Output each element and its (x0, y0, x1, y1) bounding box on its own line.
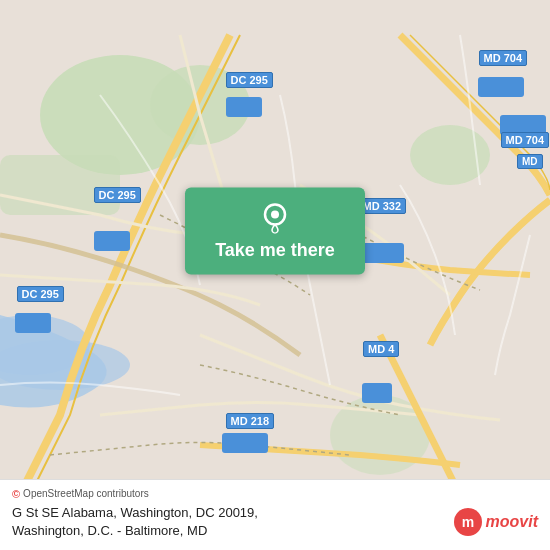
md218-label: MD 218 (226, 413, 275, 429)
dc295-label-top: DC 295 (226, 72, 273, 88)
map-background (0, 0, 550, 550)
location-line1: G St SE Alabama, Washington, DC 20019, (12, 505, 258, 520)
location-line2: Washington, D.C. - Baltimore, MD (12, 523, 207, 538)
svg-point-17 (271, 211, 279, 219)
md4-label: MD 4 (363, 341, 399, 357)
bottom-panel: © OpenStreetMap contributors G St SE Ala… (0, 479, 550, 550)
moovit-icon: m (453, 507, 483, 537)
osm-attribution: © OpenStreetMap contributors (12, 488, 538, 500)
svg-rect-9 (94, 231, 130, 251)
map-container: DC 295 DC 295 DC 295 MD 704 MD 704 MD 33… (0, 0, 550, 550)
take-me-there-button[interactable]: Take me there (185, 188, 365, 275)
button-label: Take me there (215, 240, 335, 261)
moovit-logo: m moovit (453, 507, 538, 537)
location-pin-icon (259, 202, 291, 234)
svg-rect-15 (222, 433, 268, 453)
md-partial-label: MD (517, 154, 543, 169)
osm-logo: © (12, 488, 20, 500)
svg-rect-8 (226, 97, 262, 117)
dc295-label-mid: DC 295 (94, 187, 141, 203)
md704-label-right: MD 704 (501, 132, 550, 148)
svg-rect-11 (478, 77, 524, 97)
svg-text:m: m (461, 514, 473, 530)
moovit-text: moovit (486, 513, 538, 531)
location-row: G St SE Alabama, Washington, DC 20019, W… (12, 504, 538, 540)
location-text: G St SE Alabama, Washington, DC 20019, W… (12, 504, 453, 540)
md704-label-top: MD 704 (479, 50, 528, 66)
dc295-label-left: DC 295 (17, 286, 64, 302)
svg-rect-14 (362, 383, 392, 403)
svg-rect-10 (15, 313, 51, 333)
osm-text: OpenStreetMap contributors (23, 488, 149, 499)
